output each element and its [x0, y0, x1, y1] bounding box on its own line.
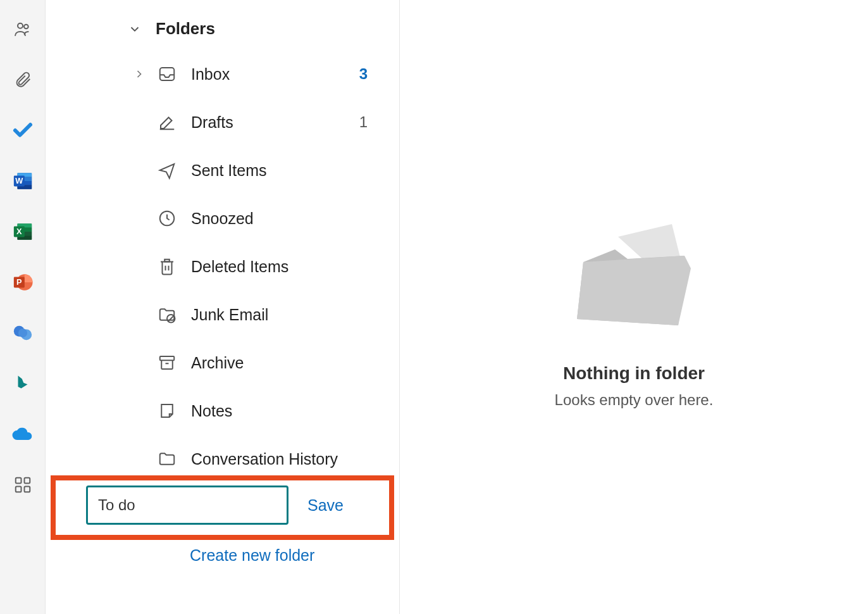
svg-point-0: [18, 23, 23, 28]
content-pane: Nothing in folder Looks empty over here.: [400, 0, 868, 614]
folder-label: Snoozed: [191, 210, 374, 228]
todo-icon[interactable]: [11, 119, 34, 142]
folder-archive[interactable]: Archive: [46, 339, 399, 387]
svg-rect-25: [24, 487, 30, 492]
folder-label: Archive: [191, 354, 374, 372]
onedrive-icon[interactable]: [11, 423, 34, 446]
folders-header[interactable]: Folders: [46, 8, 399, 50]
empty-state-subtitle: Looks empty over here.: [555, 391, 714, 409]
folder-sent[interactable]: Sent Items: [46, 146, 399, 194]
svg-point-21: [18, 329, 27, 337]
svg-rect-23: [24, 478, 30, 484]
notes-icon: [157, 401, 177, 421]
folder-drafts[interactable]: Drafts 1: [46, 98, 399, 146]
apps-icon[interactable]: [11, 473, 34, 496]
svg-text:X: X: [16, 227, 22, 236]
folder-label: Deleted Items: [191, 258, 374, 276]
new-folder-input[interactable]: [86, 486, 288, 525]
folder-conversation-history[interactable]: Conversation History: [46, 435, 399, 475]
new-folder-row: Save: [86, 486, 378, 525]
folders-label: Folders: [156, 19, 215, 39]
new-folder-highlight: Save: [51, 475, 394, 540]
folder-notes[interactable]: Notes: [46, 387, 399, 435]
folder-list: Inbox 3 Drafts 1 Sent Items Snoozed: [46, 50, 399, 565]
app-rail: W X P: [0, 0, 46, 614]
empty-folder-illustration: [558, 205, 710, 344]
folder-label: Inbox: [191, 65, 345, 84]
folder-count: 3: [359, 65, 368, 83]
sent-icon: [157, 160, 177, 180]
create-new-folder-link[interactable]: Create new folder: [190, 546, 399, 565]
attachments-icon[interactable]: [11, 68, 34, 91]
folder-label: Sent Items: [191, 161, 374, 180]
chevron-right-icon[interactable]: [130, 65, 148, 83]
folder-snoozed[interactable]: Snoozed: [46, 194, 399, 242]
bing-icon[interactable]: [11, 372, 34, 395]
folder-count: 1: [359, 113, 368, 131]
deleted-icon: [157, 256, 177, 277]
junk-icon: [157, 304, 177, 325]
folder-label: Junk Email: [191, 306, 374, 324]
svg-rect-24: [15, 487, 21, 492]
drafts-icon: [157, 112, 177, 132]
excel-icon[interactable]: X: [11, 220, 34, 243]
powerpoint-icon[interactable]: P: [11, 271, 34, 294]
folder-inbox[interactable]: Inbox 3: [46, 50, 399, 98]
svg-point-1: [24, 25, 28, 29]
snoozed-icon: [157, 208, 177, 229]
archive-icon: [157, 353, 177, 373]
folder-junk[interactable]: Junk Email: [46, 291, 399, 339]
save-button[interactable]: Save: [307, 496, 344, 515]
folder-icon: [157, 449, 177, 469]
viva-icon[interactable]: [11, 322, 34, 344]
svg-rect-29: [160, 356, 175, 360]
word-icon[interactable]: W: [11, 170, 34, 192]
folder-label: Notes: [191, 402, 374, 420]
chevron-down-icon: [128, 22, 142, 36]
svg-rect-22: [15, 478, 21, 484]
folder-deleted[interactable]: Deleted Items: [46, 242, 399, 291]
svg-text:W: W: [15, 176, 23, 185]
folder-label: Drafts: [191, 113, 345, 132]
svg-text:P: P: [16, 277, 22, 287]
inbox-icon: [157, 64, 177, 84]
folder-label: Conversation History: [191, 450, 374, 468]
people-icon[interactable]: [11, 18, 34, 41]
folder-pane: Folders Inbox 3 Drafts 1 Sent Items: [46, 0, 400, 614]
empty-state-title: Nothing in folder: [563, 363, 705, 384]
svg-rect-26: [160, 68, 175, 80]
